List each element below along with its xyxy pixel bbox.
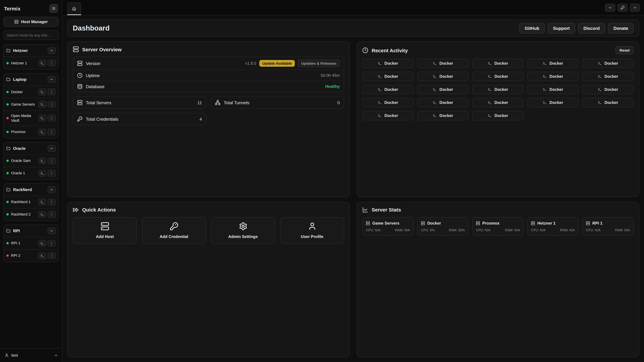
activity-item-label: Docker — [604, 74, 618, 79]
activity-item-button[interactable]: Docker — [417, 111, 468, 120]
host-actions — [38, 115, 56, 121]
host-group-rpi: RPIRPI 1RPI 2 — [3, 224, 59, 262]
host-menu-button[interactable] — [48, 88, 56, 95]
activity-item-button[interactable]: Docker — [472, 59, 524, 68]
activity-item-button[interactable]: Docker — [527, 59, 578, 68]
group-collapse-button[interactable] — [48, 76, 56, 83]
server-icon — [100, 222, 109, 231]
host-menu-button[interactable] — [48, 60, 56, 66]
host-terminal-button[interactable] — [38, 157, 46, 164]
support-button[interactable]: Support — [548, 23, 575, 33]
recent-activity-card: Recent Activity Reset DockerDockerDocker… — [356, 41, 639, 197]
host-terminal-button[interactable] — [38, 240, 46, 247]
quick-actions-header: Quick Actions — [73, 207, 344, 213]
update-available-button[interactable]: Update Available — [259, 60, 295, 67]
group-collapse-button[interactable] — [48, 186, 56, 193]
terminal-icon — [40, 200, 44, 204]
host-terminal-button[interactable] — [38, 115, 46, 121]
host-row: RPI 1 — [4, 237, 58, 249]
activity-item-label: Docker — [494, 100, 508, 105]
updates-releases-button[interactable]: Updates & Releases — [298, 60, 340, 67]
terminal-icon — [543, 74, 547, 78]
tabbar-chevron-up-button[interactable] — [630, 4, 640, 12]
group-collapse-button[interactable] — [48, 145, 56, 152]
host-manager-button[interactable]: Host Manager — [3, 17, 59, 27]
group-name: Laptop — [13, 77, 45, 82]
host-group-oracle: OracleOracle SamOracle 1 — [3, 142, 59, 179]
group-collapse-button[interactable] — [48, 227, 56, 234]
discord-button[interactable]: Discord — [578, 23, 605, 33]
activity-item-button[interactable]: Docker — [582, 85, 634, 94]
search-input[interactable] — [3, 30, 59, 40]
host-actions — [38, 170, 56, 176]
host-menu-button[interactable] — [48, 115, 56, 121]
username: test — [12, 353, 18, 358]
activity-item-label: Docker — [494, 61, 508, 66]
footer-expand-button[interactable] — [54, 353, 58, 357]
activity-item-button[interactable]: Docker — [362, 111, 414, 120]
sidebar-menu-button[interactable] — [49, 4, 58, 13]
activity-item-button[interactable]: Docker — [527, 72, 578, 81]
admin-settings-button[interactable]: Admin Settings — [211, 217, 275, 244]
terminal-icon — [488, 61, 492, 65]
database-label: Database — [86, 84, 104, 89]
terminal-icon — [488, 87, 492, 91]
tabbar-actions — [605, 4, 640, 15]
terminal-icon — [543, 100, 547, 105]
host-terminal-button[interactable] — [38, 252, 46, 259]
host-menu-button[interactable] — [48, 101, 56, 108]
activity-item-button[interactable]: Docker — [582, 72, 634, 81]
activity-item-button[interactable]: Docker — [362, 59, 414, 68]
host-terminal-button[interactable] — [38, 88, 46, 95]
host-terminal-button[interactable] — [38, 170, 46, 176]
tab-home[interactable] — [67, 2, 81, 15]
activity-item-button[interactable]: Docker — [472, 98, 524, 107]
host-menu-button[interactable] — [48, 211, 56, 218]
uptime-label: Uptime — [86, 73, 100, 78]
activity-item-button[interactable]: Docker — [417, 59, 468, 68]
activity-item-button[interactable]: Docker — [472, 85, 524, 94]
group-collapse-button[interactable] — [48, 47, 56, 54]
group-header: RPI — [4, 225, 58, 237]
activity-item-button[interactable]: Docker — [472, 111, 524, 120]
host-menu-button[interactable] — [48, 129, 56, 135]
activity-item-button[interactable]: Docker — [582, 98, 634, 107]
server-overview-card: Server Overview Version v1.8.0 Update Av… — [67, 41, 350, 197]
activity-item-button[interactable]: Docker — [417, 98, 468, 107]
host-terminal-button[interactable] — [38, 101, 46, 108]
terminal-icon — [40, 159, 44, 163]
activity-item-button[interactable]: Docker — [417, 72, 468, 81]
add-credential-button[interactable]: Add Credential — [142, 217, 206, 244]
host-terminal-button[interactable] — [38, 211, 46, 218]
activity-item-button[interactable]: Docker — [417, 85, 468, 94]
activity-item-button[interactable]: Docker — [362, 98, 414, 107]
user-profile-button[interactable]: User Profile — [280, 217, 344, 244]
group-name: RackNerd — [13, 187, 45, 192]
group-header: Hetzner — [4, 44, 58, 57]
activity-item-button[interactable]: Docker — [472, 72, 524, 81]
host-actions — [38, 211, 56, 218]
activity-item-button[interactable]: Docker — [582, 59, 634, 68]
activity-item-button[interactable]: Docker — [362, 85, 414, 94]
host-terminal-button[interactable] — [38, 129, 46, 135]
host-menu-button[interactable] — [48, 170, 56, 176]
host-menu-button[interactable] — [48, 240, 56, 247]
host-menu-button[interactable] — [48, 252, 56, 259]
version-label: Version — [86, 61, 100, 66]
host-menu-button[interactable] — [48, 199, 56, 205]
donate-button[interactable]: Donate — [608, 23, 634, 33]
reset-button[interactable]: Reset — [616, 46, 634, 54]
github-button[interactable]: GitHub — [520, 23, 545, 33]
add-host-button[interactable]: Add Host — [73, 217, 137, 244]
tabbar-key-button[interactable] — [618, 4, 628, 12]
activity-item-button[interactable]: Docker — [527, 98, 578, 107]
host-menu-button[interactable] — [48, 157, 56, 164]
server-icon — [421, 221, 425, 225]
tabbar-chevron-down-button[interactable] — [605, 4, 615, 12]
activity-item-button[interactable]: Docker — [362, 72, 414, 81]
activity-item-button[interactable]: Docker — [527, 85, 578, 94]
host-terminal-button[interactable] — [38, 199, 46, 205]
host-terminal-button[interactable] — [38, 60, 46, 66]
server-stat-metrics: CPU: 6%RAM: 30% — [421, 228, 465, 232]
server-stat-top: Hetzner 1 — [531, 221, 575, 225]
